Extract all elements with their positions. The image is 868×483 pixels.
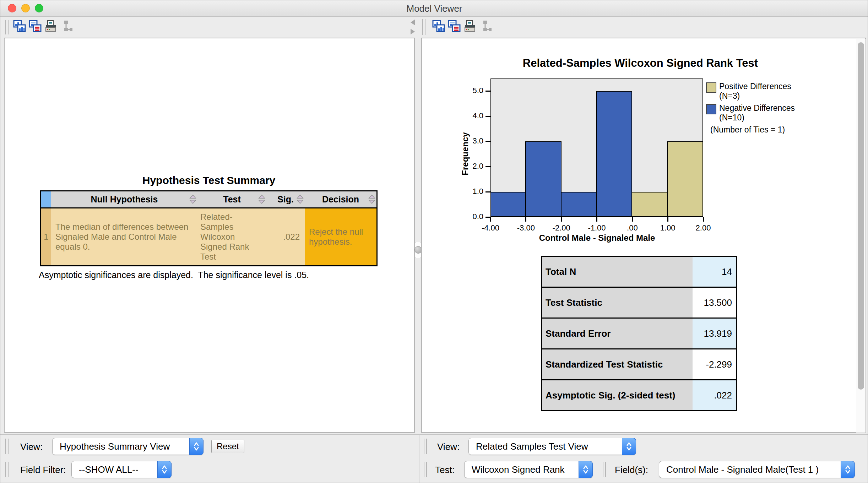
legend-entry: Positive Differences(N=3) xyxy=(706,82,862,101)
y-axis-label: Frequency xyxy=(460,118,470,189)
y-tick-label: 0.0 xyxy=(454,212,483,221)
chart-title: Related-Samples Wilcoxon Signed Rank Tes… xyxy=(511,57,770,70)
stats-table-row: Standardized Test Statistic-2.299 xyxy=(542,348,736,379)
right-view-dropdown[interactable]: Related Samples Test View xyxy=(468,438,636,455)
vertical-scrollbar[interactable] xyxy=(856,39,866,433)
stats-table-rows: Total N14Test Statistic13.500Standard Er… xyxy=(542,257,736,410)
view-label: View: xyxy=(20,441,43,452)
x-tick-label: -4.00 xyxy=(474,223,506,233)
tree-view-icon xyxy=(60,20,73,33)
decision-cell: Reject the null hypothesis. xyxy=(305,208,376,265)
x-tick-mark xyxy=(525,217,526,222)
header-label: Decision xyxy=(322,194,359,205)
field-filter-toolbar-handle[interactable] xyxy=(5,462,9,477)
print-button[interactable] xyxy=(44,20,58,33)
pane-right-arrow-button[interactable] xyxy=(408,28,417,36)
copy-table-icon xyxy=(448,20,461,33)
print-button-right[interactable] xyxy=(463,20,477,33)
table-footnote: Asymptotic significances are displayed. … xyxy=(39,270,309,280)
x-tick-mark xyxy=(632,217,633,222)
hypothesis-table-row: 1 The median of differences between Sign… xyxy=(41,207,376,265)
y-tick-mark xyxy=(485,217,490,218)
tree-view-icon xyxy=(479,20,492,33)
copy-chart-button-right[interactable] xyxy=(432,20,446,33)
stats-row-value: -2.299 xyxy=(693,349,736,379)
x-tick-label: 1.00 xyxy=(652,223,684,233)
y-tick-mark xyxy=(485,141,490,142)
window-title: Model Viewer xyxy=(0,3,868,14)
x-tick-label: -1.00 xyxy=(581,223,613,233)
model-viewer-window: Model Viewer Hypothesis Test Summary Nul… xyxy=(0,0,868,483)
view-toolbar-handle[interactable] xyxy=(5,439,9,454)
scrollbar-thumb[interactable] xyxy=(858,42,864,390)
hypothesis-summary-panel: Hypothesis Test Summary Null Hypothesis … xyxy=(4,38,415,433)
header-null-hypothesis[interactable]: Null Hypothesis xyxy=(51,191,197,207)
test-dropdown[interactable]: Wilcoxon Signed Rank xyxy=(464,461,593,478)
header-decision[interactable]: Decision xyxy=(305,191,376,207)
legend-ties-note: (Number of Ties = 1) xyxy=(710,125,862,135)
stats-table: Total N14Test Statistic13.500Standard Er… xyxy=(541,256,737,411)
stats-table-row: Test Statistic13.500 xyxy=(542,287,736,318)
y-tick-label: 5.0 xyxy=(454,86,483,95)
copy-table-button-right[interactable] xyxy=(448,20,461,33)
fields-dropdown-value: Control Male - Signaled Male(Test 1 ) xyxy=(659,464,841,475)
right-arrow-icon xyxy=(409,28,417,35)
toolbar-drag-handle[interactable] xyxy=(5,20,9,34)
chart-plot-area xyxy=(490,78,703,217)
stats-row-value: 13.500 xyxy=(693,288,736,318)
tree-view-button[interactable] xyxy=(60,20,74,33)
test-toolbar-handle[interactable] xyxy=(424,462,427,477)
chart-legend: Positive Differences(N=3)Negative Differ… xyxy=(706,82,862,135)
x-tick-label: .00 xyxy=(616,223,648,233)
stats-row-label: Asymptotic Sig. (2-sided test) xyxy=(542,380,693,410)
header-corner-cell xyxy=(41,191,51,207)
copy-chart-icon xyxy=(13,20,26,33)
header-label: Null Hypothesis xyxy=(91,194,158,205)
test-text: Related-Samples Wilcoxon Signed Rank Tes… xyxy=(200,212,264,262)
x-tick-mark xyxy=(703,217,704,222)
reset-button[interactable]: Reset xyxy=(211,440,244,453)
dropdown-stepper-icon xyxy=(622,438,636,455)
header-label: Test xyxy=(223,194,241,205)
y-tick-mark xyxy=(485,116,490,117)
stats-row-value: 13.919 xyxy=(693,319,736,348)
legend-entry: Negative Differences(N=10) xyxy=(706,103,862,123)
toolbar-row xyxy=(0,17,868,38)
copy-table-button[interactable] xyxy=(29,20,42,33)
copy-chart-button[interactable] xyxy=(13,20,27,33)
copy-table-icon xyxy=(29,20,42,33)
copy-chart-icon xyxy=(432,20,445,33)
field-filter-label: Field Filter: xyxy=(20,465,66,476)
x-tick-label: 2.00 xyxy=(687,223,719,233)
fields-toolbar-handle[interactable] xyxy=(603,462,606,477)
hypothesis-test-summary-table: Null Hypothesis Test Sig. Decision 1 xyxy=(40,190,378,266)
dropdown-stepper-icon xyxy=(579,461,593,478)
sort-arrows-icon xyxy=(368,194,376,205)
bottom-bar-divider xyxy=(419,434,419,483)
panel-splitter[interactable] xyxy=(415,38,421,433)
pane-left-arrow-button[interactable] xyxy=(408,19,417,27)
right-view-toolbar-handle[interactable] xyxy=(424,439,427,454)
sort-arrows-icon xyxy=(296,194,304,205)
header-label: Sig. xyxy=(277,194,294,205)
tree-view-button-right[interactable] xyxy=(479,20,493,33)
dropdown-stepper-icon xyxy=(189,438,204,455)
x-tick-mark xyxy=(667,217,668,222)
stats-row-label: Standardized Test Statistic xyxy=(542,349,693,379)
y-tick-mark xyxy=(485,191,490,192)
splitter-handle[interactable] xyxy=(414,246,422,254)
sort-arrows-icon xyxy=(258,194,266,205)
x-tick-label: -2.00 xyxy=(546,223,577,233)
legend-text: Negative Differences(N=10) xyxy=(719,103,795,123)
header-sig[interactable]: Sig. xyxy=(266,191,305,207)
field-filter-dropdown[interactable]: --SHOW ALL-- xyxy=(71,461,172,478)
header-test[interactable]: Test xyxy=(197,191,266,207)
fields-dropdown[interactable]: Control Male - Signaled Male(Test 1 ) xyxy=(659,461,855,478)
stats-table-row: Asymptotic Sig. (2-sided test).022 xyxy=(542,379,736,410)
print-icon xyxy=(463,20,476,33)
stats-row-label: Standard Error xyxy=(542,319,693,348)
view-dropdown[interactable]: Hypothesis Summary View xyxy=(52,438,204,455)
x-tick-mark xyxy=(561,217,562,222)
title-bar: Model Viewer xyxy=(0,0,868,17)
x-tick-label: -3.00 xyxy=(510,223,542,233)
